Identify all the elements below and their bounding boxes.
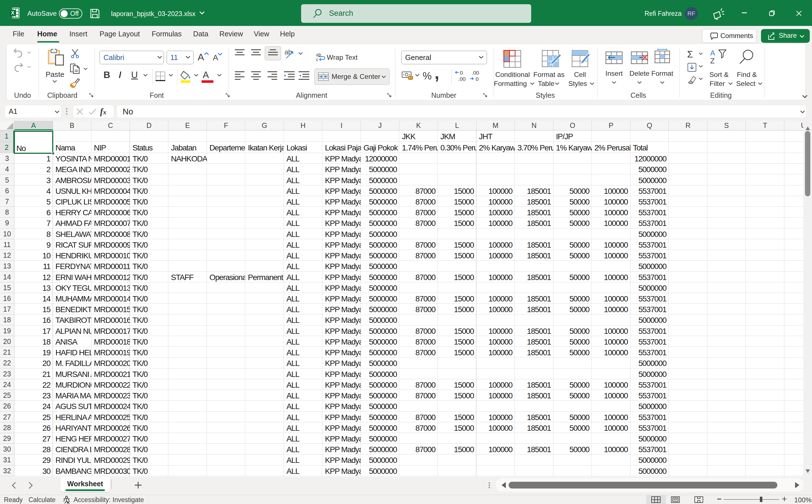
svg-text:.00: .00	[458, 76, 465, 82]
svg-text:X: X	[11, 10, 14, 16]
svg-text:A: A	[710, 49, 715, 57]
svg-text:0: 0	[460, 70, 463, 76]
svg-text:0: 0	[476, 76, 479, 82]
svg-text:c: c	[316, 57, 318, 62]
svg-text:Z: Z	[710, 57, 715, 65]
svg-text:.00: .00	[472, 70, 479, 76]
